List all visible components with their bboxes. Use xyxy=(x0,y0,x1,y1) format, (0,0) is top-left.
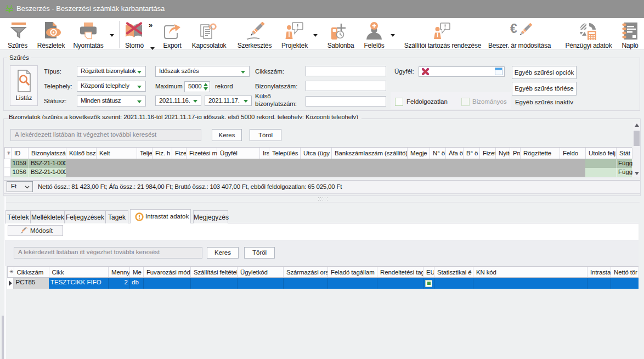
svg-text:€: € xyxy=(510,22,517,36)
